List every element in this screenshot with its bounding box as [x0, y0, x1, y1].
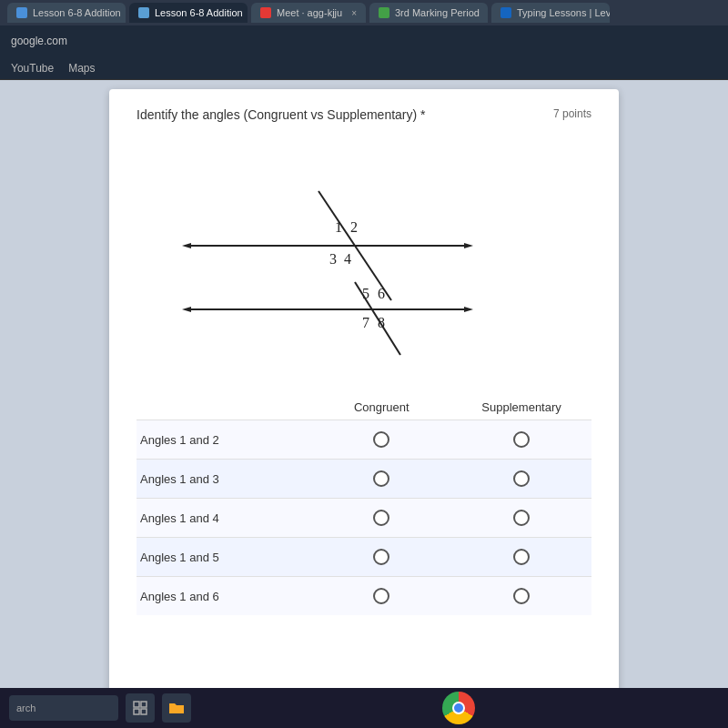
congruent-radio-2[interactable]	[311, 470, 451, 487]
tab-label-3: Meet · agg-kjju	[277, 7, 342, 18]
tab-label-4: 3rd Marking Period	[395, 7, 480, 18]
taskbar-search-text: arch	[16, 703, 35, 713]
table-row: Angles 1 and 6	[136, 576, 592, 615]
tab-lesson1[interactable]: Lesson 6-8 Addition ×	[7, 3, 126, 23]
congruent-radio-4[interactable]	[311, 549, 451, 565]
angles-diagram: 1 2 3 4 5 6 7 8	[136, 136, 592, 391]
diagram-area: 1 2 3 4 5 6 7 8	[136, 136, 592, 391]
chrome-icon[interactable]	[442, 692, 475, 724]
radio-button[interactable]	[513, 588, 530, 604]
svg-text:3: 3	[329, 251, 337, 267]
tab-marking[interactable]: 3rd Marking Period ×	[369, 3, 488, 23]
svg-text:4: 4	[344, 251, 351, 267]
tab-icon-5	[500, 7, 511, 18]
question-text: Identify the angles (Congruent vs Supple…	[136, 107, 426, 122]
tab-icon-3	[260, 7, 271, 18]
question-header: Identify the angles (Congruent vs Supple…	[136, 107, 592, 122]
congruent-radio-1[interactable]	[311, 431, 451, 448]
supplementary-radio-4[interactable]	[451, 549, 592, 565]
bookmarks-bar: YouTube Maps	[0, 56, 728, 80]
tab-label-2: Lesson 6-8 Addition	[155, 7, 243, 18]
tab-lesson2[interactable]: Lesson 6-8 Addition ×	[129, 3, 248, 23]
col-header-congruent: Congruent	[311, 400, 451, 414]
svg-text:6: 6	[378, 286, 385, 301]
radio-button[interactable]	[373, 470, 389, 487]
table-header: Congruent Supplementary	[136, 400, 592, 420]
supplementary-radio-3[interactable]	[451, 510, 592, 526]
radio-button[interactable]	[513, 510, 530, 526]
folder-icon	[168, 701, 185, 715]
supplementary-radio-1[interactable]	[451, 431, 592, 448]
tab-icon-1	[16, 7, 27, 18]
svg-rect-17	[141, 702, 147, 707]
row-label-3: Angles 1 and 4	[136, 511, 311, 525]
tab-icon-2	[138, 7, 149, 18]
radio-button[interactable]	[373, 588, 389, 604]
tab-icon-4	[379, 7, 389, 18]
table-row: Angles 1 and 4	[136, 498, 592, 537]
browser-toolbar: google.com	[0, 25, 728, 56]
quiz-container: Identify the angles (Congruent vs Supple…	[109, 89, 619, 708]
tab-meet[interactable]: Meet · agg-kjju ×	[251, 3, 366, 23]
browser-titlebar: Lesson 6-8 Addition × Lesson 6-8 Additio…	[0, 0, 728, 25]
svg-text:2: 2	[350, 219, 358, 235]
table-row: Angles 1 and 2	[136, 420, 592, 459]
row-label-1: Angles 1 and 2	[136, 433, 311, 447]
radio-button[interactable]	[513, 549, 530, 565]
tab-typing[interactable]: Typing Lessons | Lev ×	[491, 3, 610, 23]
radio-button[interactable]	[513, 470, 530, 487]
congruent-radio-3[interactable]	[311, 510, 451, 526]
supplementary-radio-2[interactable]	[451, 470, 592, 487]
points-label: 7 points	[553, 107, 592, 120]
svg-rect-18	[134, 709, 139, 714]
chrome-inner	[452, 702, 465, 714]
tab-label-5: Typing Lessons | Lev	[517, 7, 610, 18]
radio-button[interactable]	[373, 549, 389, 565]
radio-button[interactable]	[373, 510, 389, 526]
row-label-5: Angles 1 and 6	[136, 590, 311, 603]
taskbar: arch	[0, 688, 728, 728]
content-area: Identify the angles (Congruent vs Supple…	[0, 80, 728, 728]
bookmark-maps[interactable]: Maps	[68, 62, 95, 75]
radio-button[interactable]	[373, 431, 389, 448]
svg-marker-9	[464, 307, 473, 312]
svg-text:8: 8	[378, 315, 385, 330]
address-bar[interactable]: google.com	[11, 35, 67, 47]
svg-rect-19	[141, 709, 147, 714]
bookmark-youtube[interactable]: YouTube	[11, 62, 54, 75]
svg-marker-1	[464, 243, 473, 248]
taskbar-center	[198, 692, 719, 724]
row-label-2: Angles 1 and 3	[136, 472, 311, 486]
svg-text:7: 7	[362, 315, 369, 330]
tab-label-1: Lesson 6-8 Addition	[33, 7, 121, 18]
svg-marker-2	[182, 243, 191, 248]
tab-close-3[interactable]: ×	[351, 8, 357, 18]
col-header-angle	[136, 400, 311, 414]
col-header-supplementary: Supplementary	[451, 400, 592, 414]
table-row: Angles 1 and 3	[136, 459, 592, 498]
taskbar-search[interactable]: arch	[9, 695, 118, 721]
svg-text:1: 1	[335, 219, 342, 235]
supplementary-radio-5[interactable]	[451, 588, 592, 604]
radio-button[interactable]	[513, 431, 530, 448]
congruent-radio-5[interactable]	[311, 588, 451, 604]
svg-rect-16	[134, 702, 139, 707]
svg-marker-10	[182, 307, 191, 312]
table-row: Angles 1 and 5	[136, 537, 592, 576]
row-label-4: Angles 1 and 5	[136, 551, 311, 564]
svg-text:5: 5	[362, 286, 369, 301]
taskbar-window-icon[interactable]	[126, 693, 155, 723]
window-icon	[133, 701, 147, 715]
taskbar-folder-icon[interactable]	[162, 693, 191, 723]
